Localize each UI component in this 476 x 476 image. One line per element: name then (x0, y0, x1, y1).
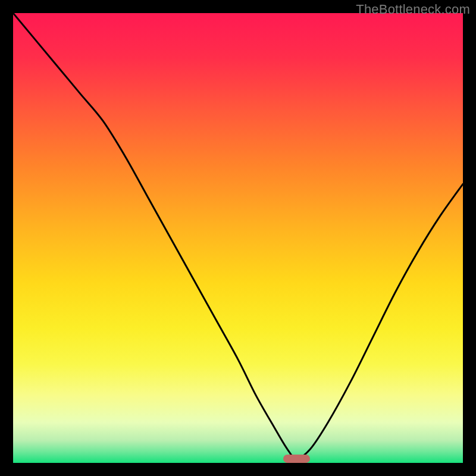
curve-path (13, 13, 463, 458)
chart-frame: TheBottleneck.com (0, 0, 476, 476)
plot-area (13, 13, 463, 463)
watermark-text: TheBottleneck.com (356, 2, 470, 17)
bottleneck-curve (13, 13, 463, 463)
minimum-marker (283, 455, 310, 463)
